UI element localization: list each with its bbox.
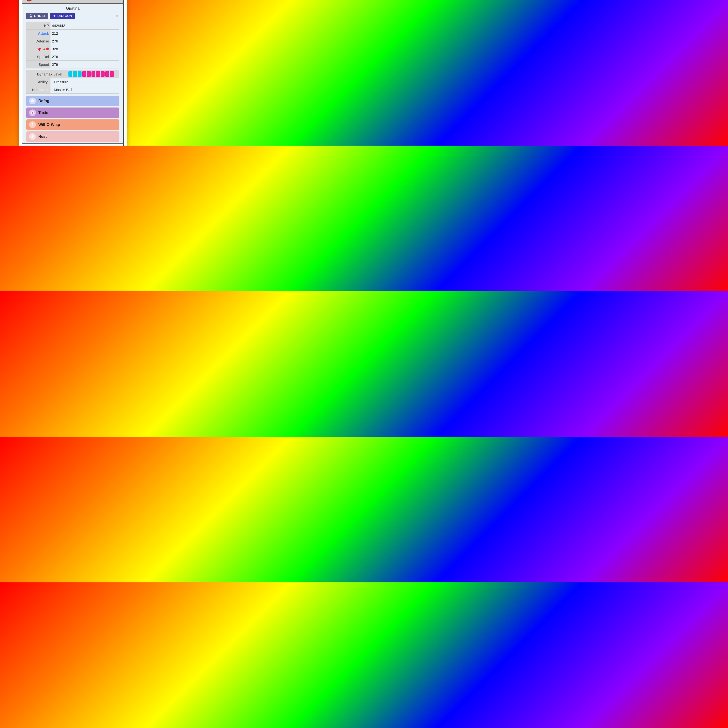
- svg-point-9: [31, 112, 32, 113]
- dynamax-bars: [65, 71, 114, 77]
- dmax-bar-cyan-3: [78, 71, 81, 77]
- attack-label: Attack: [26, 29, 50, 37]
- attack-value: 212: [50, 29, 119, 37]
- card-header: Giratina Lv. 100: [22, 0, 123, 4]
- stat-attack-row: Attack 212: [26, 29, 119, 37]
- dmax-bar-pink-3: [92, 71, 95, 77]
- rest-icon: [29, 133, 36, 140]
- dmax-bar-pink-1: [82, 71, 86, 77]
- move-name-will-o-wisp: Will-O-Wisp: [38, 122, 60, 127]
- move-row-defog: Defog: [26, 96, 119, 106]
- ability-label: Ability: [26, 78, 50, 86]
- spdef-label: Sp. Def: [26, 53, 50, 60]
- dragon-label: DRAGON: [58, 14, 72, 18]
- ghost-label: GHOST: [34, 14, 46, 18]
- ability-row: Ability Pressure: [26, 78, 119, 86]
- will-o-wisp-icon: [29, 121, 36, 128]
- card-wrapper: Giratina Lv. 100 Giratina: [22, 0, 124, 145]
- spatk-value: 328: [50, 45, 119, 53]
- pokeball-icon: [26, 0, 32, 2]
- stat-spdef-row: Sp. Def 276: [26, 53, 119, 60]
- hp-label: HP: [26, 22, 50, 30]
- defense-label: Defense: [26, 37, 50, 45]
- svg-point-6: [31, 15, 32, 16]
- stat-spatk-row: Sp. Atk 328: [26, 45, 119, 53]
- pokemon-name-header: Giratina: [34, 0, 55, 1]
- level-text: Lv. 100: [102, 0, 120, 1]
- dragon-icon: [52, 14, 57, 18]
- dmax-bar-cyan-2: [73, 71, 77, 77]
- ability-value: Pressure: [50, 80, 69, 84]
- types-row: GHOST DRAGON ✦: [26, 12, 119, 20]
- outer-frame: Giratina Lv. 100 Giratina: [19, 0, 127, 145]
- card-footer: ● ▲ ■ ♥ ★ ◆: [22, 144, 123, 146]
- card-body: Giratina: [22, 4, 123, 144]
- svg-point-5: [30, 15, 31, 16]
- speed-label: Speed: [26, 60, 50, 68]
- types-badges: GHOST DRAGON: [26, 13, 75, 19]
- move-row-will-o-wisp: Will-O-Wisp: [26, 119, 119, 130]
- move-row-rest: Rest: [26, 131, 119, 142]
- spdef-value: 276: [50, 53, 119, 60]
- toxic-icon: [29, 109, 36, 116]
- type-dragon-badge: DRAGON: [50, 13, 75, 19]
- held-label: Held Item: [26, 86, 50, 93]
- stats-table: HP 442/442 Attack 212 Defense 276 Sp. At…: [26, 22, 119, 69]
- stat-hp-row: HP 442/442: [26, 22, 119, 30]
- ghost-icon: [29, 14, 33, 18]
- shiny-sparkle-icon: ✦: [115, 12, 119, 20]
- dmax-bar-pink-4: [96, 71, 100, 77]
- dmax-bar-pink-2: [87, 71, 91, 77]
- move-name-defog: Defog: [38, 99, 49, 103]
- hp-value: 442/442: [50, 22, 119, 30]
- dmax-bar-pink-5: [101, 71, 105, 77]
- pokemon-card: Giratina Lv. 100 Giratina: [22, 0, 124, 145]
- dmax-bar-pink-6: [105, 71, 109, 77]
- dynamax-label: Dynamax Level: [26, 70, 65, 78]
- dmax-bar-pink-7: [110, 71, 114, 77]
- held-item-row: Held Item Master Ball: [26, 86, 119, 94]
- move-name-toxic: Toxic: [38, 111, 48, 115]
- move-name-rest: Rest: [38, 135, 47, 139]
- type-ghost-badge: GHOST: [26, 13, 48, 19]
- header-left: Giratina: [26, 0, 55, 2]
- speed-value: 279: [50, 60, 119, 68]
- stat-speed-row: Speed 279: [26, 60, 119, 68]
- pokemon-name-center: Giratina: [26, 6, 119, 11]
- defense-value: 276: [50, 37, 119, 45]
- dynamax-row: Dynamax Level: [26, 70, 119, 78]
- svg-point-0: [26, 0, 32, 1]
- held-value: Master Ball: [50, 87, 72, 92]
- spatk-label: Sp. Atk: [26, 45, 50, 53]
- moves-section: Defog Toxic: [26, 96, 119, 142]
- move-row-toxic: Toxic: [26, 107, 119, 118]
- defog-icon: [29, 98, 36, 104]
- dmax-bar-cyan-1: [69, 71, 72, 77]
- stat-defense-row: Defense 276: [26, 37, 119, 45]
